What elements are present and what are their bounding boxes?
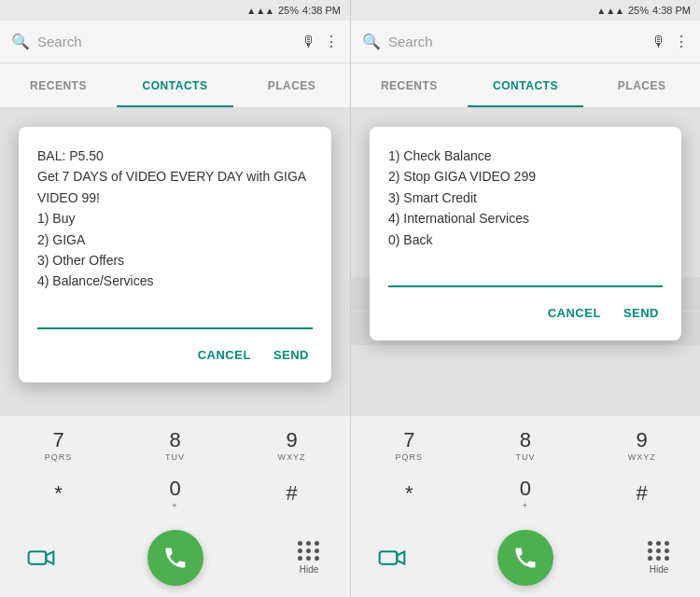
key-hash-left[interactable]: # [255, 470, 329, 517]
tabs-right: RECENTS CONTACTS PLACES [351, 63, 700, 108]
cancel-button-left[interactable]: CANCEL [194, 342, 255, 368]
video-icon-left [26, 543, 56, 573]
search-icon-right: 🔍 [362, 33, 381, 50]
key-8-left[interactable]: 8 TUV [138, 422, 213, 468]
ussd-actions-right: CANCEL SEND [388, 300, 663, 326]
signal-icon-right: ▲▲▲ [596, 6, 624, 16]
status-bar-left: ▲▲▲ 25% 4:38 PM [0, 0, 350, 21]
tab-places-right[interactable]: PLACES [583, 63, 700, 107]
search-bar-left[interactable]: 🔍 Search 🎙 ⋮ [0, 21, 350, 63]
time-left: 4:38 PM [302, 5, 341, 16]
key-9-left[interactable]: 9 WXYZ [255, 422, 329, 468]
search-input-right[interactable]: Search [388, 34, 644, 49]
search-input-left[interactable]: Search [37, 34, 294, 49]
key-hash-right[interactable]: # [605, 470, 679, 517]
ussd-dialog-left: BAL: P5.50 Get 7 DAYS of VIDEO EVERY DAY… [19, 127, 331, 382]
key-0-left[interactable]: 0 + [138, 470, 213, 517]
ussd-message-left: BAL: P5.50 Get 7 DAYS of VIDEO EVERY DAY… [37, 146, 313, 292]
main-content-left: BAL: P5.50 Get 7 DAYS of VIDEO EVERY DAY… [0, 108, 350, 416]
video-icon-right [377, 543, 407, 573]
phone-icon-right [512, 545, 539, 571]
keypad-row-1-left: 7 PQRS 8 TUV 9 WXYZ [0, 422, 350, 468]
more-icon-left[interactable]: ⋮ [324, 33, 339, 50]
svg-marker-1 [46, 551, 53, 563]
tab-recents-right[interactable]: RECENTS [351, 63, 468, 107]
send-button-right[interactable]: SEND [620, 300, 663, 326]
bottom-bar-right: Hide [351, 522, 700, 597]
key-star-right[interactable]: * [371, 470, 446, 517]
battery-right: 25% [628, 5, 649, 16]
key-7-left[interactable]: 7 PQRS [21, 422, 96, 468]
phone-panel-left: ▲▲▲ 25% 4:38 PM 🔍 Search 🎙 ⋮ RECENTS CON… [0, 0, 350, 597]
more-icon-right[interactable]: ⋮ [674, 33, 689, 50]
call-button-right[interactable] [497, 530, 553, 586]
hide-button-right[interactable]: Hide [637, 535, 681, 580]
mic-icon-right[interactable]: 🎙 [651, 34, 666, 50]
ussd-input-right[interactable] [388, 261, 663, 287]
tab-contacts-right[interactable]: CONTACTS [468, 63, 584, 107]
bottom-bar-left: Hide [0, 522, 350, 597]
main-content-right: 1) Check Balance 2) Stop GIGA VIDEO 299 … [351, 108, 700, 416]
svg-rect-2 [380, 551, 398, 563]
keypad-row-2-right: * 0 + # [351, 470, 700, 517]
search-bar-right[interactable]: 🔍 Search 🎙 ⋮ [351, 21, 700, 63]
keypad-row-2-left: * 0 + # [0, 470, 350, 517]
cancel-button-right[interactable]: CANCEL [544, 300, 605, 326]
tab-contacts-left[interactable]: CONTACTS [117, 63, 233, 107]
time-right: 4:38 PM [652, 5, 691, 16]
key-0-right[interactable]: 0 + [488, 470, 563, 517]
keypad-row-1-right: 7 PQRS 8 TUV 9 WXYZ [351, 422, 700, 468]
phone-panel-right: ▲▲▲ 25% 4:38 PM 🔍 Search 🎙 ⋮ RECENTS CON… [350, 0, 700, 597]
hide-label-right: Hide [650, 564, 669, 575]
svg-rect-0 [29, 551, 47, 563]
video-call-button-right[interactable] [370, 535, 414, 580]
key-star-left[interactable]: * [21, 470, 96, 517]
hide-button-left[interactable]: Hide [287, 535, 331, 580]
key-8-right[interactable]: 8 TUV [488, 422, 563, 468]
keypad-right: 7 PQRS 8 TUV 9 WXYZ * 0 + # [351, 416, 700, 522]
ussd-message-right: 1) Check Balance 2) Stop GIGA VIDEO 299 … [388, 146, 663, 250]
key-9-right[interactable]: 9 WXYZ [605, 422, 679, 468]
ussd-dialog-right: 1) Check Balance 2) Stop GIGA VIDEO 299 … [370, 127, 681, 340]
tab-places-left[interactable]: PLACES [233, 63, 350, 107]
search-icon-left: 🔍 [11, 33, 30, 50]
hide-dots-right [648, 541, 670, 561]
send-button-left[interactable]: SEND [270, 342, 313, 368]
key-7-right[interactable]: 7 PQRS [371, 422, 446, 468]
ussd-input-left[interactable] [37, 303, 313, 329]
tabs-left: RECENTS CONTACTS PLACES [0, 63, 350, 108]
keypad-left: 7 PQRS 8 TUV 9 WXYZ * 0 + # [0, 416, 350, 522]
mic-icon-left[interactable]: 🎙 [301, 34, 316, 50]
signal-icon-left: ▲▲▲ [246, 6, 274, 16]
phone-icon-left [162, 545, 189, 571]
video-call-button-left[interactable] [19, 535, 63, 580]
hide-label-left: Hide [300, 564, 319, 575]
battery-left: 25% [278, 5, 299, 16]
status-bar-right: ▲▲▲ 25% 4:38 PM [351, 0, 700, 21]
tab-recents-left[interactable]: RECENTS [0, 63, 117, 107]
ussd-actions-left: CANCEL SEND [37, 342, 313, 368]
call-button-left[interactable] [147, 530, 203, 586]
svg-marker-3 [397, 551, 404, 563]
hide-dots-left [298, 541, 320, 561]
